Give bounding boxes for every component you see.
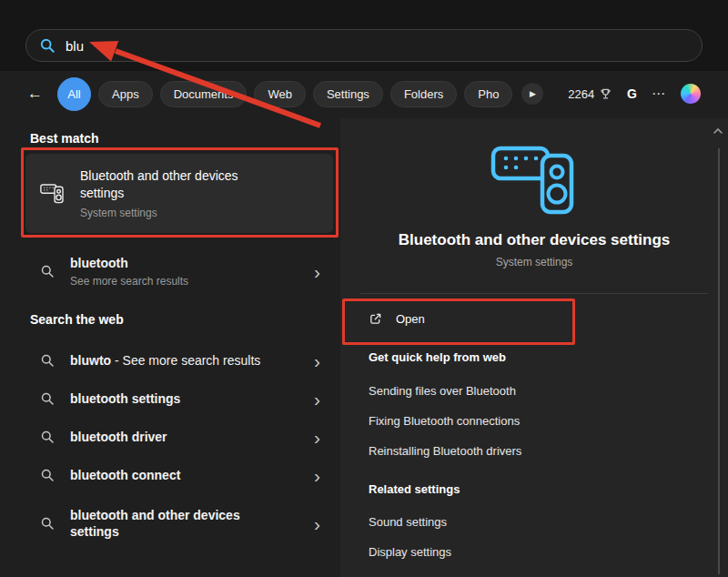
topbar-right-cluster: 2264 G ⋯ [568, 84, 701, 104]
web-result-text: bluwto - See more search results [70, 352, 272, 369]
tab-web[interactable]: Web [254, 81, 306, 107]
copilot-icon[interactable] [681, 84, 701, 104]
scrollbar[interactable] [718, 148, 720, 574]
more-filters-button[interactable]: ▶ [521, 83, 543, 105]
web-result-row[interactable]: bluetooth driver › [25, 419, 333, 455]
chevron-right-icon: › [314, 514, 320, 533]
search-bar[interactable] [25, 29, 703, 62]
web-result-suffix: - See more search results [111, 353, 260, 368]
web-result-query: bluetooth driver [70, 430, 167, 444]
search-result-icon [40, 430, 55, 444]
rewards-button[interactable]: 2264 [568, 87, 612, 101]
search-icon [39, 37, 56, 54]
back-button[interactable]: ← [27, 85, 43, 103]
web-result-row[interactable]: bluetooth connect › [25, 457, 333, 493]
search-input[interactable] [66, 38, 689, 54]
chevron-right-icon: › [314, 428, 320, 447]
best-match-header: Best match [30, 131, 98, 146]
bluetooth-devices-large-icon [490, 142, 578, 220]
see-more-title: bluetooth [70, 255, 272, 271]
help-link[interactable]: Fixing Bluetooth connections [369, 414, 728, 429]
web-result-query: bluetooth settings [70, 391, 180, 406]
preview-panel: Bluetooth and other devices settings Sys… [340, 118, 728, 577]
tab-all[interactable]: All [57, 77, 91, 111]
web-result-row[interactable]: bluwto - See more search results › [25, 342, 333, 379]
search-result-icon [40, 264, 55, 278]
rewards-trophy-icon [599, 87, 612, 101]
chevron-right-icon: › [314, 390, 320, 409]
tab-photos[interactable]: Pho [464, 81, 512, 107]
related-settings-header: Related settings [369, 482, 728, 496]
annotation-rect-open [342, 299, 575, 345]
scroll-up-icon[interactable] [713, 127, 723, 136]
web-result-text: bluetooth settings [70, 390, 272, 407]
google-button[interactable]: G [627, 86, 637, 101]
web-result-row[interactable]: bluetooth settings › [25, 380, 333, 417]
tab-settings[interactable]: Settings [313, 81, 383, 107]
related-link[interactable]: Sound settings [369, 515, 728, 530]
chevron-right-icon: › [314, 466, 320, 485]
tab-folders[interactable]: Folders [390, 81, 457, 107]
filter-bar: ← All Apps Documents Web Settings Folder… [0, 75, 728, 113]
search-result-icon [40, 516, 55, 531]
web-result-query: bluetooth connect [70, 468, 180, 482]
web-result-row[interactable]: bluetooth and other devices settings › [25, 498, 333, 549]
search-the-web-header: Search the web [30, 312, 124, 327]
preview-title: Bluetooth and other devices settings [340, 231, 728, 249]
related-link[interactable]: Display settings [369, 545, 728, 560]
tab-apps[interactable]: Apps [98, 81, 153, 107]
search-result-icon [40, 391, 55, 406]
web-result-query: bluetooth and other devices settings [70, 508, 240, 539]
see-more-text: bluetooth See more search results [70, 255, 272, 287]
help-link[interactable]: Reinstalling Bluetooth drivers [369, 444, 728, 459]
web-result-text: bluetooth connect [70, 467, 272, 483]
chevron-right-icon: › [314, 351, 320, 370]
windows-search-flyout: ← All Apps Documents Web Settings Folder… [0, 0, 728, 577]
tab-documents[interactable]: Documents [160, 81, 248, 107]
see-more-subtitle: See more search results [70, 275, 272, 288]
search-result-icon [40, 353, 55, 368]
see-more-result[interactable]: bluetooth See more search results › [25, 248, 333, 295]
web-result-text: bluetooth driver [70, 429, 272, 445]
chevron-right-icon: › [314, 262, 320, 281]
help-link[interactable]: Sending files over Bluetooth [369, 384, 728, 399]
rewards-count: 2264 [568, 87, 594, 101]
more-options-button[interactable]: ⋯ [652, 86, 666, 102]
web-result-query: bluwto [70, 353, 111, 368]
divider [360, 293, 708, 294]
web-result-text: bluetooth and other devices settings [70, 507, 272, 540]
search-area [0, 0, 728, 71]
search-result-icon [40, 468, 55, 482]
annotation-rect-best-match [21, 147, 339, 238]
quick-help-header: Get quick help from web [369, 350, 728, 364]
preview-subtitle: System settings [340, 256, 728, 268]
